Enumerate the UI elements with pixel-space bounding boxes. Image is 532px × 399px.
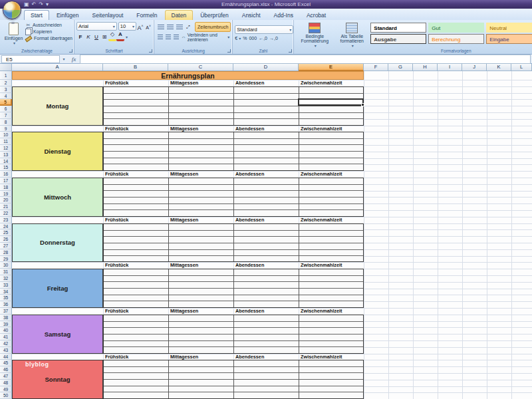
column-header-C[interactable]: C (168, 64, 233, 71)
tab-add-ins[interactable]: Add-Ins (268, 11, 299, 20)
merge-center-button[interactable]: ⇔ Verbinden und zentrieren ▾ (180, 33, 231, 41)
underline-button[interactable]: U (92, 33, 100, 41)
meal-grid-dienstag[interactable] (103, 132, 364, 171)
row-header-32[interactable]: 32 (0, 275, 12, 282)
column-header-D[interactable]: D (233, 64, 299, 71)
row-header-46[interactable]: 46 (0, 366, 12, 373)
decrease-decimal-button[interactable]: →,0 (269, 36, 278, 41)
row-header-16[interactable]: 16 (0, 171, 12, 178)
redo-icon[interactable]: ↷ (39, 0, 43, 9)
row-header-15[interactable]: 15 (0, 164, 12, 171)
row-header-9[interactable]: 9 (0, 126, 12, 132)
wrap-text-button[interactable]: Zeilenumbruch (195, 22, 231, 32)
number-format-select[interactable]: Standard ▾ (235, 25, 293, 34)
row-header-35[interactable]: 35 (0, 295, 12, 301)
office-button[interactable] (3, 1, 21, 19)
format-painter-button[interactable]: Format übertragen (25, 35, 72, 42)
day-cell-samstag[interactable]: Samstag (12, 315, 103, 354)
row-header-6[interactable]: 6 (0, 106, 12, 112)
cell-style-neutral[interactable]: Neutral (486, 23, 532, 33)
row-header-21[interactable]: 21 (0, 203, 12, 210)
day-cell-dienstag[interactable]: Dienstag (12, 132, 103, 171)
tab-überprüfen[interactable]: Überprüfen (194, 11, 235, 20)
tab-daten[interactable]: Daten (165, 10, 194, 20)
italic-button[interactable]: K (84, 33, 92, 41)
row-header-14[interactable]: 14 (0, 158, 12, 165)
orientation-button[interactable]: ⤢ (184, 23, 192, 31)
cell-style-standard[interactable]: Standard (370, 23, 426, 33)
accounting-format-button[interactable]: €▾ (235, 36, 241, 41)
row-header-7[interactable]: 7 (0, 112, 12, 119)
row-header-30[interactable]: 30 (0, 262, 12, 269)
tab-start[interactable]: Start (24, 10, 49, 20)
column-header-H[interactable]: H (413, 64, 438, 71)
paste-button[interactable]: Einfügen ▾ (2, 22, 25, 46)
column-header-B[interactable]: B (103, 64, 168, 71)
row-header-10[interactable]: 10 (0, 132, 12, 138)
tab-acrobat[interactable]: Acrobat (301, 11, 332, 20)
meal-grid-sonntag[interactable] (103, 360, 364, 399)
name-box[interactable]: E5 (1, 55, 60, 63)
tab-formeln[interactable]: Formeln (130, 11, 163, 20)
format-as-table-button[interactable]: Als Tabelle formatieren ▾ (333, 22, 370, 49)
row-header-37[interactable]: 37 (0, 308, 12, 315)
undo-icon[interactable]: ↶ (32, 0, 37, 9)
column-header-E[interactable]: E (299, 64, 364, 71)
bold-button[interactable]: F (76, 33, 84, 41)
border-button[interactable]: ⊞ (100, 33, 108, 41)
cell-style-gut[interactable]: Gut (428, 23, 484, 33)
row-header-17[interactable]: 17 (0, 178, 12, 184)
select-all-corner[interactable] (0, 64, 12, 71)
tab-einfügen[interactable]: Einfügen (51, 11, 85, 20)
grow-font-button[interactable]: A˄ (136, 23, 144, 30)
number-dialog-launcher-icon[interactable] (289, 49, 292, 53)
column-header-G[interactable]: G (388, 64, 413, 71)
row-header-45[interactable]: 45 (0, 360, 12, 366)
row-header-33[interactable]: 33 (0, 282, 12, 289)
row-header-50[interactable]: 50 (0, 392, 12, 399)
tab-ansicht[interactable]: Ansicht (236, 11, 267, 20)
column-header-F[interactable]: F (364, 64, 388, 71)
align-bottom-icon[interactable] (176, 25, 183, 29)
copy-button[interactable]: Kopieren (25, 29, 72, 35)
row-header-49[interactable]: 49 (0, 386, 12, 393)
formula-input[interactable] (80, 55, 531, 64)
row-header-19[interactable]: 19 (0, 191, 12, 198)
insert-function-icon[interactable]: fx (68, 56, 80, 63)
row-header-4[interactable]: 4 (0, 93, 12, 100)
percent-button[interactable]: % (243, 36, 247, 41)
row-header-31[interactable]: 31 (0, 269, 12, 275)
cell-style-berechnung[interactable]: Berechnung (428, 34, 484, 44)
row-header-26[interactable]: 26 (0, 236, 12, 243)
row-header-22[interactable]: 22 (0, 210, 12, 217)
row-header-3[interactable]: 3 (0, 86, 12, 93)
row-header-40[interactable]: 40 (0, 327, 12, 334)
row-header-42[interactable]: 42 (0, 340, 12, 347)
row-header-12[interactable]: 12 (0, 145, 12, 152)
font-size-select[interactable]: 10 ▾ (118, 22, 136, 31)
align-right-icon[interactable] (174, 35, 179, 39)
name-box-dropdown-icon[interactable]: ▾ (60, 57, 68, 61)
row-header-20[interactable]: 20 (0, 197, 12, 203)
row-header-41[interactable]: 41 (0, 334, 12, 340)
cut-button[interactable]: ✂ Ausschneiden (25, 22, 72, 29)
alignment-dialog-launcher-icon[interactable] (227, 49, 231, 53)
row-header-1[interactable]: 1 (0, 71, 12, 80)
qat-dropdown-icon[interactable]: ▾ (46, 0, 49, 9)
shrink-font-button[interactable]: A˅ (144, 23, 152, 30)
row-header-18[interactable]: 18 (0, 184, 12, 191)
selected-cell-e5[interactable] (298, 98, 364, 106)
row-header-47[interactable]: 47 (0, 373, 12, 380)
meal-grid-freitag[interactable] (103, 269, 364, 308)
row-header-23[interactable]: 23 (0, 217, 12, 223)
save-icon[interactable]: ▣ (24, 0, 29, 9)
row-header-34[interactable]: 34 (0, 289, 12, 295)
align-left-icon[interactable] (158, 35, 163, 39)
row-header-43[interactable]: 43 (0, 347, 12, 354)
column-header-K[interactable]: K (487, 64, 511, 71)
row-header-11[interactable]: 11 (0, 138, 12, 145)
align-middle-icon[interactable] (167, 25, 174, 29)
clipboard-dialog-launcher-icon[interactable] (69, 49, 72, 53)
row-header-2[interactable]: 2 (0, 80, 12, 86)
column-header-I[interactable]: I (438, 64, 462, 71)
